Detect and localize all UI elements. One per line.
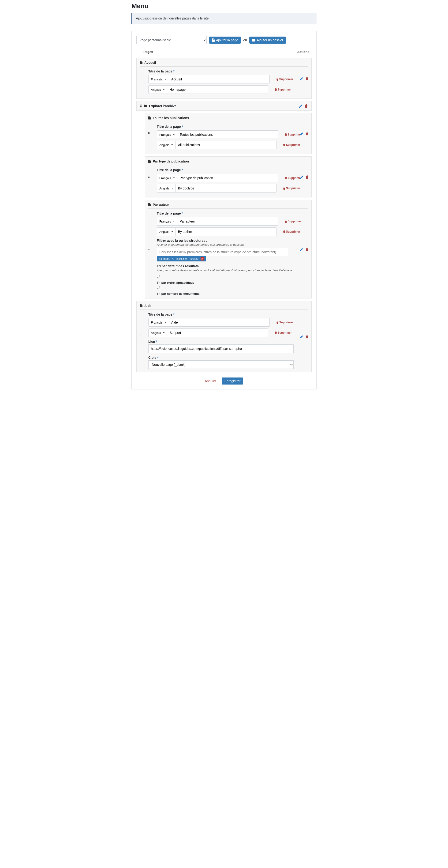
delete-button[interactable]	[305, 247, 309, 251]
drag-handle-icon[interactable]: ⠿	[139, 335, 141, 338]
title-en-input[interactable]	[176, 184, 277, 192]
lang-en-button[interactable]: Anglais	[157, 141, 176, 149]
struct-search-input[interactable]	[157, 248, 288, 256]
pencil-icon	[300, 132, 303, 135]
save-button[interactable]: Enregistrer	[222, 377, 243, 384]
delete-button[interactable]	[305, 175, 309, 179]
trash-icon	[306, 77, 309, 80]
drag-handle-icon[interactable]: ⠿	[148, 132, 150, 135]
page-item-auteur: ⠿ Par auteur Titre de la page * Français…	[145, 200, 312, 299]
delete-fr-button[interactable]: Supprimer	[285, 176, 302, 180]
title-fr-input[interactable]	[178, 217, 278, 225]
delete-fr-button[interactable]: Supprimer	[276, 78, 293, 81]
file-icon	[148, 116, 151, 120]
title-en-input[interactable]	[176, 141, 277, 149]
trash-icon	[275, 332, 277, 334]
cancel-button[interactable]: Annuler	[205, 379, 216, 383]
trash-icon	[285, 177, 287, 179]
trash-icon	[306, 132, 309, 135]
chip-remove-icon[interactable]: ✕	[200, 257, 204, 260]
lang-en-button[interactable]: Anglais	[157, 227, 176, 236]
drag-handle-icon[interactable]: ⠿	[148, 248, 150, 251]
drag-handle-icon[interactable]: ⠿	[140, 104, 142, 107]
edit-button[interactable]	[300, 76, 304, 81]
title-en-input[interactable]	[167, 85, 268, 94]
page-type-select[interactable]: Page personnalisable	[136, 36, 207, 44]
menu-editor-card: Page personnalisable Ajouter la page ou …	[131, 31, 317, 390]
lang-en-button[interactable]: Anglais	[148, 329, 167, 337]
title-label: Titre de la page *	[157, 212, 308, 217]
title-fr-input[interactable]	[169, 318, 270, 327]
edit-button[interactable]	[300, 131, 304, 136]
sort-alpha-label: Tri par ordre alphabétique	[157, 281, 308, 284]
link-input[interactable]	[148, 344, 294, 353]
target-select[interactable]: Nouvelle page (_blank)	[148, 361, 294, 369]
lang-fr-button[interactable]: Français	[157, 130, 178, 139]
title-fr-input[interactable]	[178, 174, 278, 182]
edit-button[interactable]	[300, 247, 304, 251]
sort-count-label: Tri par nombre de documents	[157, 292, 308, 296]
title-label: Titre de la page *	[157, 125, 308, 130]
delete-en-button[interactable]: Supprimer	[283, 143, 300, 147]
pencil-icon	[300, 248, 303, 251]
folder-icon	[252, 39, 255, 41]
trash-icon	[306, 335, 309, 338]
sort-alpha-radio[interactable]	[157, 286, 160, 289]
delete-button[interactable]	[305, 104, 308, 108]
folder-item-explorer: ⠿ Explorer l'archive	[136, 101, 312, 111]
delete-fr-button[interactable]: Supprimer	[285, 133, 302, 136]
trash-icon	[276, 78, 279, 81]
col-pages: Pages	[143, 50, 153, 54]
lang-en-button[interactable]: Anglais	[148, 85, 167, 94]
lang-fr-button[interactable]: Français	[148, 318, 169, 327]
page-item-accueil: ⠿ Accueil Titre de la page * Français Su…	[136, 58, 312, 99]
lang-en-button[interactable]: Anglais	[157, 184, 176, 192]
edit-button[interactable]	[300, 175, 304, 179]
delete-en-button[interactable]: Supprimer	[275, 88, 292, 91]
delete-en-button[interactable]: Supprimer	[283, 230, 300, 233]
trash-icon	[306, 176, 309, 179]
banner-description: Ajout/suppression de nouvelles pages dan…	[131, 13, 317, 24]
file-icon	[140, 61, 142, 64]
sort-default-radio[interactable]	[157, 275, 160, 278]
title-en-input[interactable]	[176, 227, 277, 236]
edit-button[interactable]	[300, 334, 304, 339]
lang-fr-button[interactable]: Français	[157, 217, 178, 225]
file-icon	[148, 203, 151, 206]
filter-struct-hint: Afficher uniquement les auteurs affiliés…	[157, 243, 308, 246]
filter-struct-label: Filtrer avec la ou les structures :	[157, 239, 308, 242]
link-label: Lien *	[148, 340, 308, 343]
title-label: Titre de la page *	[157, 168, 308, 174]
lang-fr-button[interactable]: Français	[148, 75, 169, 84]
title-label: Titre de la page *	[148, 69, 308, 75]
drag-handle-icon[interactable]: ⠿	[148, 175, 150, 179]
trash-icon	[283, 187, 285, 190]
delete-button[interactable]	[305, 131, 309, 136]
delete-fr-button[interactable]: Supprimer	[276, 321, 293, 324]
file-icon	[140, 304, 142, 307]
add-page-button[interactable]: Ajouter la page	[209, 37, 241, 43]
edit-button[interactable]	[299, 104, 303, 108]
delete-en-button[interactable]: Supprimer	[283, 187, 300, 190]
delete-fr-button[interactable]: Supprimer	[285, 220, 302, 223]
trash-icon	[283, 144, 285, 146]
title-en-input[interactable]	[167, 329, 268, 337]
delete-button[interactable]	[305, 76, 309, 81]
col-actions: Actions	[297, 50, 309, 54]
lang-fr-button[interactable]: Français	[157, 174, 178, 182]
trash-icon	[276, 321, 279, 324]
title-fr-input[interactable]	[169, 75, 270, 84]
add-folder-button[interactable]: Ajouter un dossier	[249, 37, 286, 43]
file-icon	[212, 38, 215, 42]
trash-icon	[283, 230, 285, 233]
target-label: Cible *	[148, 356, 308, 360]
pencil-icon	[300, 77, 303, 80]
or-text: ou	[243, 38, 247, 42]
delete-en-button[interactable]: Supprimer	[275, 331, 292, 334]
title-fr-input[interactable]	[178, 130, 278, 139]
struct-chip: Sciences Po [Institution] (301587) ✕	[157, 256, 206, 261]
trash-icon	[306, 248, 309, 251]
delete-button[interactable]	[305, 334, 309, 339]
drag-handle-icon[interactable]: ⠿	[139, 77, 141, 80]
sort-hint: Trier par nombre de documents ou ordre a…	[157, 269, 308, 272]
